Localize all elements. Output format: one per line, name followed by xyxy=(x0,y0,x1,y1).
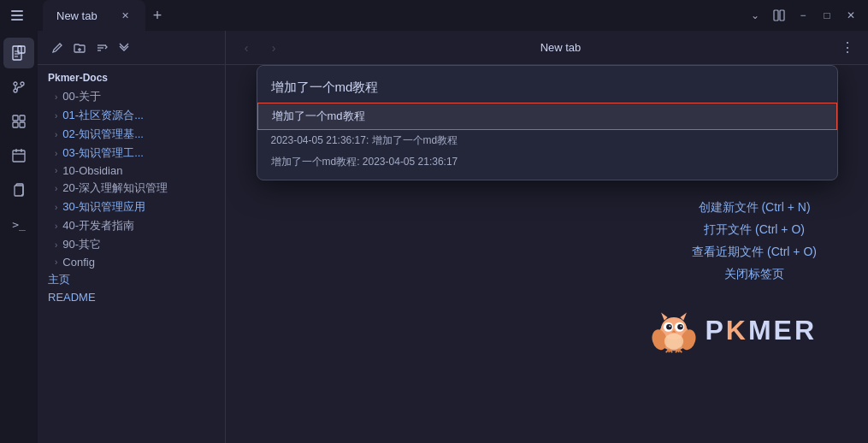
open-file-link[interactable]: 打开文件 (Ctrl + O) xyxy=(692,222,817,238)
sidebar-item-03[interactable]: › 03-知识管理工... xyxy=(38,144,225,162)
chevron-down-icon[interactable]: ⌄ xyxy=(745,5,765,26)
active-tab[interactable]: New tab ✕ xyxy=(43,0,145,31)
arrow-icon: › xyxy=(55,92,57,102)
more-options-btn[interactable]: ⋮ xyxy=(837,38,858,58)
sidebar-item-label: 00-关于 xyxy=(62,89,101,104)
sidebar-item-label: 02-知识管理基... xyxy=(62,127,144,142)
sidebar-item-label: 90-其它 xyxy=(62,237,101,252)
arrow-icon: › xyxy=(55,149,57,158)
close-tab-link[interactable]: 关闭标签页 xyxy=(692,267,817,282)
terminal-icon[interactable]: >_ xyxy=(3,209,34,239)
sidebar-item-label: 01-社区资源合... xyxy=(62,108,144,123)
back-btn[interactable]: ‹ xyxy=(236,38,257,58)
dropdown-search: 增加了一个md教程 xyxy=(257,73,837,103)
svg-rect-14 xyxy=(13,115,18,121)
svg-rect-2 xyxy=(11,19,23,21)
window-controls-right: ⌄ − □ ✕ xyxy=(738,5,868,26)
sidebar: Pkmer-Docs › 00-关于 › 01-社区资源合... › 02-知识… xyxy=(38,31,226,443)
arrow-icon: › xyxy=(55,111,57,121)
calendar-icon[interactable] xyxy=(3,140,34,171)
new-folder-icon[interactable] xyxy=(70,38,89,57)
collapse-icon[interactable] xyxy=(115,38,133,57)
svg-point-34 xyxy=(667,324,673,330)
sidebar-item-90[interactable]: › 90-其它 xyxy=(38,235,225,254)
pkmer-m: M xyxy=(748,315,774,346)
sidebar-item-readme[interactable]: README xyxy=(38,289,225,305)
svg-rect-3 xyxy=(774,10,778,21)
copy-icon[interactable] xyxy=(3,174,34,205)
arrow-icon: › xyxy=(55,222,57,231)
sidebar-item-label: 20-深入理解知识管理 xyxy=(62,180,168,196)
pkmer-owl-icon xyxy=(650,306,698,354)
dropdown-item-0[interactable]: 增加了一个md教程 xyxy=(257,103,837,130)
create-new-file-link[interactable]: 创建新文件 (Ctrl + N) xyxy=(692,200,817,216)
arrow-icon: › xyxy=(55,203,57,212)
pkmer-k: K xyxy=(726,315,748,346)
recent-files-link[interactable]: 查看近期文件 (Ctrl + O) xyxy=(692,245,817,260)
sidebar-item-home[interactable]: 主页 xyxy=(38,270,225,289)
pkmer-r: R xyxy=(794,315,817,346)
navbar: ‹ › New tab ⋮ xyxy=(226,31,868,65)
svg-point-10 xyxy=(14,82,17,86)
sidebar-item-config[interactable]: › Config xyxy=(38,254,225,270)
dropdown-subitem-0[interactable]: 2023-04-05 21:36:17: 增加了一个md教程 xyxy=(257,130,837,151)
restore-btn[interactable]: □ xyxy=(817,5,837,26)
tab-close-btn[interactable]: ✕ xyxy=(118,9,132,22)
sidebar-header xyxy=(38,31,225,65)
content-area: ‹ › New tab ⋮ 增加了一个md教程 增加了一个md教程 2023-0… xyxy=(226,31,868,443)
svg-point-41 xyxy=(664,334,683,350)
pkmer-text: PKMER xyxy=(705,315,817,346)
sidebar-item-20[interactable]: › 20-深入理解知识管理 xyxy=(38,179,225,198)
forward-btn[interactable]: › xyxy=(263,38,284,58)
svg-rect-16 xyxy=(13,122,18,127)
svg-point-36 xyxy=(670,325,671,327)
sidebar-toggle-icon[interactable] xyxy=(10,9,24,22)
main-layout: >_ xyxy=(0,31,868,443)
files-icon[interactable] xyxy=(3,38,34,68)
pkmer-logo: PKMER xyxy=(650,306,817,354)
svg-rect-18 xyxy=(13,151,25,162)
activity-bar: >_ xyxy=(0,31,38,443)
sidebar-item-00[interactable]: › 00-关于 xyxy=(38,87,225,106)
main-panel: 增加了一个md教程 增加了一个md教程 2023-04-05 21:36:17:… xyxy=(226,65,868,443)
sidebar-item-02[interactable]: › 02-知识管理基... xyxy=(38,125,225,144)
dropdown-item-label: 增加了一个md教程 xyxy=(272,109,365,124)
svg-rect-17 xyxy=(20,122,25,127)
sidebar-item-label: 30-知识管理应用 xyxy=(62,199,145,215)
sidebar-item-01[interactable]: › 01-社区资源合... xyxy=(38,106,225,125)
tabs-area: New tab ✕ + xyxy=(43,0,738,31)
sidebar-item-30[interactable]: › 30-知识管理应用 xyxy=(38,198,225,216)
arrow-icon: › xyxy=(55,130,57,139)
sidebar-item-10[interactable]: › 10-Obsidian xyxy=(38,162,225,179)
svg-marker-30 xyxy=(662,312,668,320)
close-btn[interactable]: ✕ xyxy=(841,5,861,26)
pkmer-p: P xyxy=(705,315,725,346)
sidebar-item-label: Config xyxy=(62,256,95,269)
new-tab-btn[interactable]: + xyxy=(145,3,169,27)
svg-rect-4 xyxy=(780,10,784,21)
arrow-icon: › xyxy=(55,184,57,193)
svg-rect-22 xyxy=(15,186,23,196)
arrow-icon: › xyxy=(55,166,57,175)
split-view-icon[interactable] xyxy=(769,5,789,26)
svg-marker-31 xyxy=(681,312,687,320)
page-title: New tab xyxy=(291,41,830,54)
git-icon[interactable] xyxy=(3,72,34,103)
arrow-icon: › xyxy=(55,240,57,250)
svg-point-37 xyxy=(681,325,682,327)
blocks-icon[interactable] xyxy=(3,106,34,137)
svg-rect-0 xyxy=(11,10,23,12)
title-bar: New tab ✕ + ⌄ − □ ✕ xyxy=(0,0,868,31)
sidebar-item-40[interactable]: › 40-开发者指南 xyxy=(38,216,225,235)
sidebar-item-label: 03-知识管理工... xyxy=(62,145,144,161)
sort-icon[interactable] xyxy=(92,38,111,57)
svg-point-11 xyxy=(21,82,24,86)
sidebar-item-label: 10-Obsidian xyxy=(62,164,122,177)
dropdown-popup: 增加了一个md教程 增加了一个md教程 2023-04-05 21:36:17:… xyxy=(257,65,838,180)
pkmer-e: E xyxy=(774,315,794,346)
tab-label: New tab xyxy=(56,9,111,22)
minimize-btn[interactable]: − xyxy=(793,5,813,26)
edit-icon[interactable] xyxy=(48,38,67,57)
sidebar-tree: Pkmer-Docs › 00-关于 › 01-社区资源合... › 02-知识… xyxy=(38,65,225,443)
dropdown-subitem-1[interactable]: 增加了一个md教程: 2023-04-05 21:36:17 xyxy=(257,151,837,173)
